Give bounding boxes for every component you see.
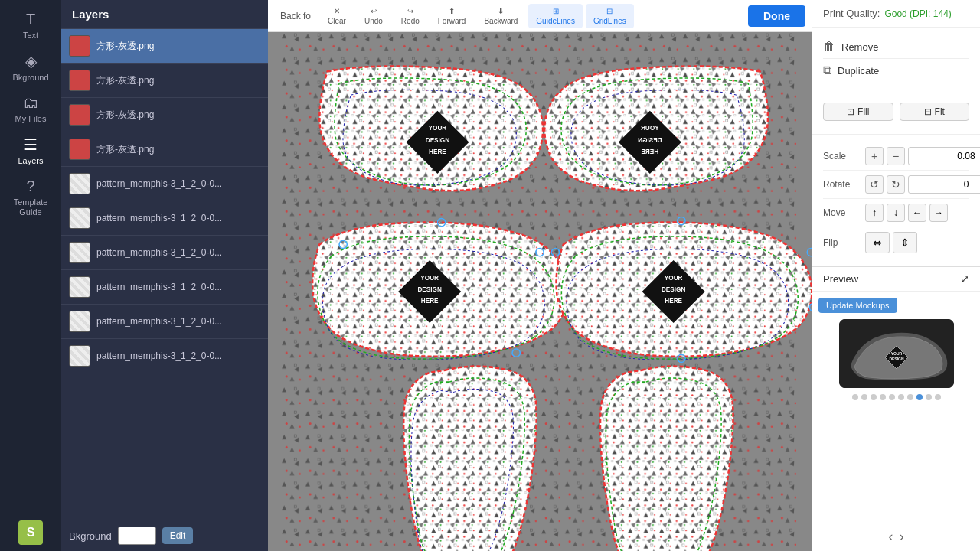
back-button[interactable]: Back fo	[274, 8, 317, 24]
edit-button[interactable]: Edit	[162, 527, 194, 544]
backward-button[interactable]: ⬇ Backward	[476, 4, 525, 28]
preview-next-button[interactable]: ›	[900, 529, 904, 545]
preview-dot-1[interactable]	[852, 394, 858, 400]
flip-vertical-button[interactable]: ⇕	[893, 232, 917, 253]
print-quality-value: Good (DPI: 144)	[884, 8, 951, 19]
duplicate-icon: ⧉	[823, 64, 831, 77]
layer-item-7[interactable]: pattern_memphis-3_1_2_0-0...	[61, 236, 268, 270]
layer-name-3: 方形-灰透.png	[96, 109, 260, 122]
layer-item-6[interactable]: pattern_memphis-3_1_2_0-0...	[61, 201, 268, 236]
duplicate-action[interactable]: ⧉ Duplicate	[823, 59, 969, 82]
canvas-area[interactable]: YOUR DESIGN HERE YOUR DESIGN HERE	[268, 32, 812, 551]
svg-text:HERE: HERE	[641, 148, 658, 155]
sidebar-item-template[interactable]: ? Template Guide	[4, 173, 57, 222]
scale-increase-button[interactable]: +	[865, 147, 884, 165]
preview-dot-2[interactable]	[861, 394, 867, 400]
guidelines-button[interactable]: ⊞ GuideLines	[528, 4, 583, 28]
layer-name-8: pattern_memphis-3_1_2_0-0...	[96, 282, 260, 292]
layer-thumb-1	[69, 35, 90, 57]
preview-expand-icon[interactable]: ⤢	[961, 273, 969, 285]
preview-nav: ‹ ›	[889, 529, 904, 545]
svg-text:HERE: HERE	[421, 298, 439, 305]
svg-text:YOUR: YOUR	[641, 125, 659, 132]
fit-button[interactable]: ⊟ Fit	[900, 103, 970, 121]
flip-horizontal-button[interactable]: ⇔	[865, 232, 890, 253]
layer-name-1: 方形-灰透.png	[96, 40, 260, 53]
fill-fit-row: ⊡ Fill ⊟ Fit	[823, 98, 969, 126]
layer-item-5[interactable]: pattern_memphis-3_1_2_0-0...	[61, 167, 268, 201]
bkground-swatch[interactable]	[118, 527, 156, 545]
preview-dot-3[interactable]	[871, 394, 877, 400]
preview-dot-9[interactable]	[926, 394, 932, 400]
sidebar-item-bkground[interactable]: ◈ Bkground	[4, 47, 57, 86]
gridlines-icon: ⊟	[606, 7, 612, 15]
print-quality-section: Print Quality: Good (DPI: 144)	[812, 0, 980, 28]
sidebar-item-layers[interactable]: ☰ Layers	[4, 131, 57, 170]
sidebar-item-text[interactable]: T Text	[4, 6, 57, 44]
preview-dots	[852, 394, 941, 400]
scale-label: Scale	[823, 151, 865, 161]
svg-text:DESIGN: DESIGN	[889, 357, 904, 361]
layer-item-1[interactable]: 方形-灰透.png	[61, 29, 268, 64]
fill-fit-section: ⊡ Fill ⊟ Fit	[812, 90, 980, 135]
sidebar-item-bkground-label: Bkground	[12, 73, 48, 82]
svg-text:HERE: HERE	[665, 298, 682, 305]
redo-icon: ↪	[407, 7, 413, 15]
layer-thumb-9	[69, 311, 90, 332]
scale-input[interactable]	[908, 147, 980, 165]
svg-point-39	[807, 249, 812, 256]
rotate-input[interactable]	[908, 175, 980, 194]
remove-action[interactable]: 🗑 Remove	[823, 35, 969, 59]
toolbar: Back fo ✕ Clear ↩ Undo ↪ Redo ⬆ Forward …	[268, 0, 812, 32]
preview-minimize-icon[interactable]: −	[950, 273, 956, 285]
done-button[interactable]: Done	[748, 5, 805, 27]
layers-list: 方形-灰透.png方形-灰透.png方形-灰透.png方形-灰透.pngpatt…	[61, 29, 268, 520]
preview-dot-5[interactable]	[889, 394, 895, 400]
clear-button[interactable]: ✕ Clear	[320, 4, 354, 28]
move-left-button[interactable]: ←	[908, 204, 926, 222]
move-up-button[interactable]: ↑	[865, 204, 884, 222]
rotate-ccw-button[interactable]: ↺	[865, 175, 884, 194]
layers-title: Layers	[72, 8, 109, 21]
rotate-cw-button[interactable]: ↻	[887, 175, 905, 194]
layer-item-8[interactable]: pattern_memphis-3_1_2_0-0...	[61, 270, 268, 305]
flip-label: Flip	[823, 237, 865, 248]
layer-item-4[interactable]: 方形-灰透.png	[61, 132, 268, 167]
rotate-label: Rotate	[823, 179, 865, 190]
layer-thumb-5	[69, 173, 90, 194]
layer-thumb-4	[69, 139, 90, 160]
move-down-button[interactable]: ↓	[887, 204, 905, 222]
preview-dot-10[interactable]	[935, 394, 941, 400]
move-right-button[interactable]: →	[929, 204, 948, 222]
preview-dot-6[interactable]	[898, 394, 904, 400]
layer-item-10[interactable]: pattern_memphis-3_1_2_0-0...	[61, 339, 268, 373]
template-icon: ?	[26, 178, 34, 195]
bkground-label: Bkground	[69, 530, 112, 542]
print-quality: Print Quality: Good (DPI: 144)	[823, 8, 969, 19]
preview-dot-4[interactable]	[880, 394, 886, 400]
layer-item-9[interactable]: pattern_memphis-3_1_2_0-0...	[61, 305, 268, 339]
sidebar-item-myfiles-label: My Files	[15, 114, 47, 123]
move-controls: ↑ ↓ ← →	[865, 204, 969, 222]
layer-thumb-3	[69, 104, 90, 126]
fill-button[interactable]: ⊡ Fill	[823, 103, 893, 121]
text-icon: T	[26, 11, 35, 28]
preview-dot-7[interactable]	[907, 394, 913, 400]
rotate-controls: ↺ ↻	[865, 175, 980, 194]
svg-text:DESIGN: DESIGN	[426, 137, 450, 144]
sidebar: T Text ◈ Bkground 🗂 My Files ☰ Layers ? …	[0, 0, 61, 551]
scale-decrease-button[interactable]: −	[887, 147, 905, 165]
svg-text:YOUR: YOUR	[420, 275, 439, 282]
sidebar-item-myfiles[interactable]: 🗂 My Files	[4, 90, 57, 128]
layers-header: Layers	[61, 0, 268, 29]
gridlines-button[interactable]: ⊟ GridLines	[586, 4, 634, 28]
preview-prev-button[interactable]: ‹	[889, 529, 893, 545]
redo-button[interactable]: ↪ Redo	[394, 4, 427, 28]
forward-button[interactable]: ⬆ Forward	[430, 4, 474, 28]
layer-item-3[interactable]: 方形-灰透.png	[61, 98, 268, 132]
layer-item-2[interactable]: 方形-灰透.png	[61, 64, 268, 98]
undo-button[interactable]: ↩ Undo	[357, 4, 390, 28]
myfiles-icon: 🗂	[23, 94, 38, 112]
preview-dot-8[interactable]	[916, 394, 923, 400]
update-mockup-button[interactable]: Update Mockups	[818, 298, 897, 313]
